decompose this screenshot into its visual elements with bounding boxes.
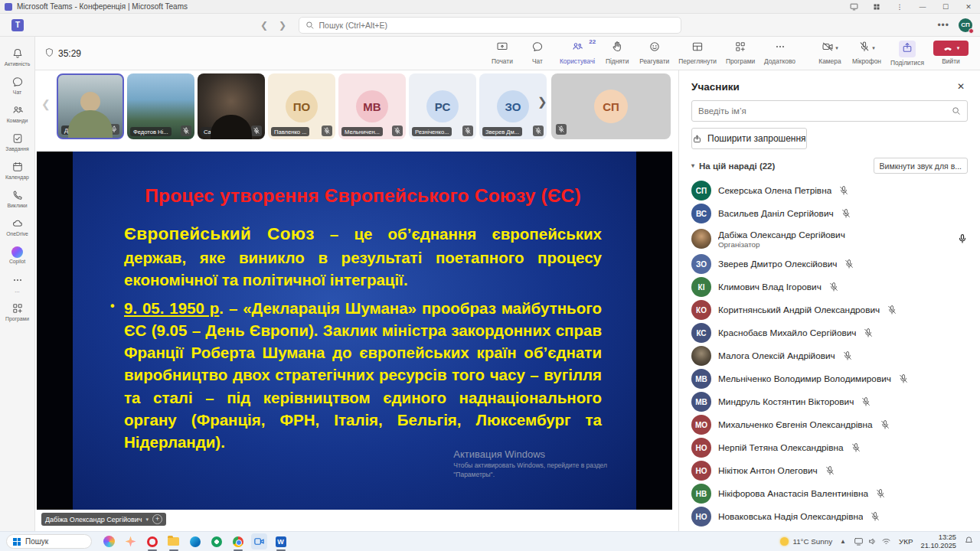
leave-dropdown-icon[interactable]: ▾ xyxy=(957,45,960,51)
designer-icon[interactable] xyxy=(122,533,139,549)
video-tile-zverev[interactable]: ЗО Зверев Дм... xyxy=(479,73,547,139)
edge-icon[interactable] xyxy=(187,533,203,549)
appbar-more-icon[interactable]: ••• xyxy=(937,20,949,31)
participant-row[interactable]: НОНерпій Тетяна Олександрівна xyxy=(691,436,968,459)
participant-row[interactable]: НОНікітюк Антон Олегович xyxy=(691,459,968,482)
participant-row[interactable]: МВМиндруль Костянтин Вікторович xyxy=(691,390,968,413)
nav-back-icon[interactable]: ❮ xyxy=(260,20,268,31)
strip-next-icon[interactable]: ❯ xyxy=(537,95,547,109)
sidebar-item-chat[interactable]: Чат xyxy=(0,71,35,99)
participant-search-input[interactable] xyxy=(698,106,952,116)
tile-name-label: Саєнко Ан... xyxy=(201,127,240,136)
participant-row[interactable]: КСКраснобаєв Михайло Сергійович xyxy=(691,321,968,344)
video-tile-fedotov[interactable]: Федотов Ні... xyxy=(127,73,194,139)
file-explorer-icon[interactable] xyxy=(165,533,181,549)
mute-all-button[interactable]: Вимкнути звук для в... xyxy=(874,158,968,174)
video-tile-pavlenko[interactable]: ПО Павленко ... xyxy=(268,73,335,139)
copilot-icon[interactable] xyxy=(101,533,117,549)
sidebar-item-apps[interactable]: Програми xyxy=(0,298,35,326)
video-tile-melnychenko[interactable]: МВ Мельничен... xyxy=(338,73,406,139)
participant-row[interactable]: СПСекерська Олена Петрівна xyxy=(691,179,968,202)
minimize-button[interactable]: — xyxy=(911,0,934,14)
chrome-icon[interactable] xyxy=(230,533,246,549)
participant-row-organizer[interactable]: Дабіжа Олександр СергійовичОрганізатор xyxy=(691,225,968,253)
avatar: НО xyxy=(691,461,711,481)
window-menu-icon[interactable]: ⋮ xyxy=(888,0,911,14)
video-tile-dabizha[interactable]: Дабіжа Олекса... xyxy=(57,73,124,139)
apps-button[interactable]: Програми xyxy=(722,38,759,67)
global-search[interactable] xyxy=(299,17,681,34)
participants-button[interactable]: 22Користувачі xyxy=(556,38,599,67)
avatar: КІ xyxy=(691,277,711,297)
participant-row[interactable]: ВСВасильев Даніл Сергійович xyxy=(691,202,968,225)
volume-icon[interactable] xyxy=(867,536,877,546)
mic-muted-icon xyxy=(462,126,473,136)
tray-expand-icon[interactable]: ▲ xyxy=(840,538,846,545)
nav-forward-icon[interactable]: ❯ xyxy=(279,20,286,31)
opera-icon[interactable] xyxy=(144,533,160,549)
mic-dropdown-icon[interactable]: ▾ xyxy=(872,45,875,51)
sidebar-item-calls[interactable]: Виклики xyxy=(0,184,35,213)
section-in-this-meeting[interactable]: ▾На цій нараді (22) xyxy=(691,161,775,171)
leave-button[interactable]: ▾Вийти xyxy=(929,38,972,67)
sidebar-item-onedrive[interactable]: OneDrive xyxy=(0,213,35,241)
participant-search[interactable] xyxy=(691,100,968,122)
mic-muted-icon xyxy=(322,126,332,136)
chat-button[interactable]: Чат xyxy=(521,38,554,67)
more-options-button[interactable]: Додатково xyxy=(760,38,799,67)
participant-row[interactable]: НВНікіфорова Анастасія Валентинівна xyxy=(691,482,968,505)
sidebar-item-tasks[interactable]: Завдання xyxy=(0,128,35,156)
sidebar-item-teams[interactable]: Команди xyxy=(0,99,35,128)
cast-icon[interactable] xyxy=(854,536,864,546)
sidebar-item-copilot[interactable]: Copilot xyxy=(0,241,35,269)
global-search-input[interactable] xyxy=(319,21,675,30)
pin-add-icon[interactable]: + xyxy=(152,514,162,524)
sidebar-item-activity[interactable]: Активність xyxy=(0,43,35,71)
share-invite-button[interactable]: Поширити запрошення xyxy=(691,128,807,149)
language-indicator[interactable]: УКР xyxy=(899,537,913,546)
participant-row[interactable]: МОМихальченко Євгенія Олександрівна xyxy=(691,413,968,436)
participant-row[interactable]: КОКоритнянський Андрій Олександрович xyxy=(691,298,968,321)
shared-screen-area: Процес утворення Європейського Союзу (ЄС… xyxy=(37,152,672,510)
window-title: Microsoft Teams - Конференція | Microsof… xyxy=(17,2,188,11)
microphone-button[interactable]: ▾Мікрофон xyxy=(848,38,885,67)
participant-row[interactable]: ЗОЗверев Дмитро Олексійович xyxy=(691,253,968,276)
word-icon[interactable]: W xyxy=(273,533,289,549)
notification-bell-icon[interactable] xyxy=(964,535,974,549)
view-button[interactable]: Переглянути xyxy=(675,38,720,67)
raise-hand-button[interactable]: Підняти xyxy=(600,38,634,67)
participant-row[interactable]: НОНоваковська Надія Олександрівна xyxy=(691,505,968,528)
participant-row[interactable]: Малога Олексій Андрійович xyxy=(691,344,968,367)
presenter-name-chip[interactable]: Дабіжа Олександр Сергійович ▾ + xyxy=(41,513,166,526)
clock[interactable]: 13:2521.10.2025 xyxy=(920,533,956,549)
strip-prev-icon[interactable]: ❮ xyxy=(41,98,51,110)
sidebar-item-calendar[interactable]: Календар xyxy=(0,156,35,184)
camera-button[interactable]: ▾Камера xyxy=(813,38,847,67)
react-button[interactable]: Реагувати xyxy=(635,38,673,67)
close-button[interactable]: ✕ xyxy=(957,0,980,14)
mic-icon xyxy=(109,124,119,135)
participant-row[interactable]: МВМельніченко Володимир Володимирович xyxy=(691,367,968,390)
screen-share-indicator-icon[interactable] xyxy=(842,0,865,14)
camera-dropdown-icon[interactable]: ▾ xyxy=(835,45,838,51)
video-tile-riznichenko[interactable]: РС Резніченко... xyxy=(409,73,476,139)
share-button[interactable]: Поділитися xyxy=(887,38,928,68)
avatar: РС xyxy=(426,90,459,122)
green-app-icon[interactable] xyxy=(208,533,224,549)
weather-widget[interactable]: 11°C Sunny xyxy=(780,537,832,546)
video-tile-saenko[interactable]: Саєнко Ан... xyxy=(198,73,265,139)
network-icon[interactable] xyxy=(881,536,891,546)
tab-grid-icon[interactable] xyxy=(865,0,888,14)
leave-pill[interactable]: ▾ xyxy=(933,41,969,56)
maximize-button[interactable]: ☐ xyxy=(934,0,957,14)
taskbar-search[interactable]: Пошук xyxy=(6,534,92,549)
start-recording-button[interactable]: Почати xyxy=(485,38,519,67)
mic-muted-icon xyxy=(844,259,854,269)
teams-taskbar-icon[interactable] xyxy=(251,533,267,549)
chevron-down-icon[interactable]: ▾ xyxy=(146,517,149,523)
participant-row[interactable]: КІКлимович Влад Ігорович xyxy=(691,276,968,298)
close-panel-icon[interactable]: ✕ xyxy=(954,80,968,93)
sidebar-item-more[interactable]: … xyxy=(0,269,35,298)
user-avatar[interactable]: СП xyxy=(959,18,972,32)
self-video-tile[interactable]: СП xyxy=(551,73,671,139)
